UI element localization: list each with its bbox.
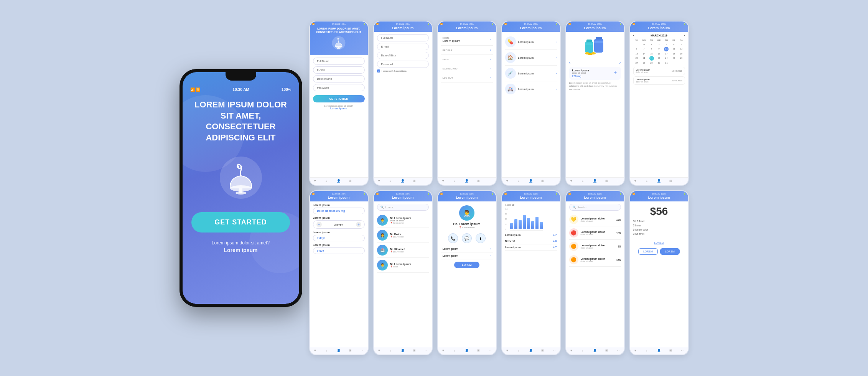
footer-dots-icon[interactable]: ···	[425, 179, 427, 183]
cal-event-1[interactable]: Lorem ipsum dolor sit amet 10.03.2019	[633, 67, 685, 75]
footer-dots-icon[interactable]: ···	[553, 349, 555, 353]
footer-grid-icon[interactable]: ⊞	[413, 349, 416, 353]
footer-grid-icon[interactable]: ⊞	[413, 179, 416, 183]
footer-heart-icon[interactable]: ♥	[314, 349, 316, 353]
footer-heart-icon[interactable]: ♥	[442, 349, 444, 353]
footer-grid-icon[interactable]: ⊞	[669, 179, 672, 183]
footer-person-icon[interactable]: 👤	[401, 179, 405, 183]
footer-dots-icon[interactable]: ···	[681, 349, 684, 353]
footer-grid-icon[interactable]: ⊞	[605, 349, 608, 353]
doctor-card-1[interactable]: 👨‍⚕️ Dr. Lorem ipsum dolor sit amet 📍 lo…	[377, 213, 429, 228]
footer-grid-icon[interactable]: ⊞	[541, 349, 544, 353]
footer-plus-icon[interactable]: ＋	[517, 179, 520, 183]
icon-list-item-4[interactable]: 🚑 Lorem ipsum ›	[505, 81, 557, 97]
icon-list-item-3[interactable]: 💉 Lorem ipsum ›	[505, 66, 557, 81]
call-button[interactable]: 📞	[448, 233, 458, 243]
footer-dots-icon[interactable]: ···	[361, 179, 363, 183]
footer-heart-icon[interactable]: ♥	[506, 179, 508, 183]
footer-heart-icon[interactable]: ♥	[634, 179, 636, 183]
footer-plus-icon[interactable]: ＋	[453, 349, 456, 353]
cal-event-2[interactable]: Lorem ipsum dolor sit amet 22.03.2019	[633, 76, 685, 85]
menu-item-drug[interactable]: DRUG ›	[441, 55, 493, 64]
reg-dob-field[interactable]: Date of Birth	[313, 75, 365, 82]
order-btn-2[interactable]: LOREM	[660, 248, 680, 255]
info-button[interactable]: ℹ	[476, 233, 486, 243]
footer-person-icon[interactable]: 👤	[529, 349, 533, 353]
login-email[interactable]: E-mail	[377, 43, 429, 50]
footer-grid-icon[interactable]: ⊞	[541, 179, 544, 183]
message-button[interactable]: 💬	[462, 233, 472, 243]
doc-menu-2[interactable]: Lorem ipsum ›	[441, 252, 493, 259]
footer-person-icon[interactable]: 👤	[657, 179, 661, 183]
footer-dots-icon[interactable]: ···	[361, 349, 363, 353]
dosage-days[interactable]: 7 days	[313, 235, 365, 241]
footer-person-icon[interactable]: 👤	[401, 349, 405, 353]
highlighted-date[interactable]: 22	[649, 56, 654, 61]
footer-person-icon[interactable]: 👤	[465, 349, 469, 353]
reg-cta-button[interactable]: GET STARTED	[313, 95, 365, 102]
footer-person-icon[interactable]: 👤	[593, 349, 597, 353]
doctor-card-3[interactable]: 🏥 Dr. Sit amet 📍 ipsum dolor	[377, 243, 429, 258]
footer-grid-icon[interactable]: ⊞	[477, 179, 480, 183]
icon-list-item-1[interactable]: 💊 Lorem ipsum ›	[505, 34, 557, 50]
med-search-input[interactable]: 🔍 Search...	[569, 204, 621, 211]
dosage-time[interactable]: 07:00	[313, 247, 365, 254]
med-list-item-1[interactable]: 💛 Lorem ipsum dolor dolor sit amet 15$	[569, 213, 621, 226]
footer-grid-icon[interactable]: ⊞	[349, 179, 352, 183]
reg-fullname-field[interactable]: Full Name	[313, 58, 365, 65]
cal-prev[interactable]: ‹	[633, 34, 634, 37]
footer-heart-icon[interactable]: ♥	[442, 179, 444, 183]
dosage-val1[interactable]: Dolor sit amet 200 mg	[313, 208, 365, 214]
menu-item-logout[interactable]: LOG OUT ›	[441, 73, 493, 82]
icon-list-item-2[interactable]: 🏠 Lorem ipsum ›	[505, 50, 557, 66]
footer-grid-icon[interactable]: ⊞	[349, 349, 352, 353]
footer-grid-icon[interactable]: ⊞	[477, 349, 480, 353]
footer-plus-icon[interactable]: ＋	[645, 179, 648, 183]
footer-heart-icon[interactable]: ♥	[506, 349, 508, 353]
footer-dots-icon[interactable]: ···	[489, 179, 491, 183]
terms-checkbox[interactable]: ✓	[377, 69, 380, 73]
footer-dots-icon[interactable]: ···	[617, 349, 619, 353]
doc-menu-1[interactable]: Lorem ipsum ›	[441, 246, 493, 252]
dosage-minus[interactable]: −	[316, 222, 322, 227]
footer-person-icon[interactable]: 👤	[337, 349, 341, 353]
footer-dots-icon[interactable]: ···	[681, 179, 684, 183]
add-med-button[interactable]: ＋	[613, 69, 618, 76]
med-list-item-3[interactable]: 🟠 Lorem ipsum dolor dolor sit amet 7$	[569, 240, 621, 253]
footer-plus-icon[interactable]: ＋	[645, 349, 648, 353]
menu-item-dashboard[interactable]: DASHBOARD ›	[441, 64, 493, 73]
footer-heart-icon[interactable]: ♥	[378, 179, 380, 183]
footer-plus-icon[interactable]: ＋	[581, 349, 584, 353]
footer-dots-icon[interactable]: ···	[553, 179, 555, 183]
next-arrow[interactable]: ›	[619, 60, 621, 65]
med-list-item-2[interactable]: 🔴 Lorem ipsum dolor dolor sit amet 13$	[569, 226, 621, 240]
footer-person-icon[interactable]: 👤	[465, 179, 469, 183]
footer-plus-icon[interactable]: ＋	[389, 349, 392, 353]
med-list-item-4[interactable]: 🟠 Lorem ipsum dolor dolor sit amet 15$	[569, 253, 621, 267]
footer-heart-icon[interactable]: ♥	[570, 179, 572, 183]
footer-person-icon[interactable]: 👤	[337, 179, 341, 183]
footer-heart-icon[interactable]: ♥	[314, 179, 316, 183]
login-fullname[interactable]: Full Name	[377, 34, 429, 41]
login-password[interactable]: Password	[377, 61, 429, 68]
footer-person-icon[interactable]: 👤	[593, 179, 597, 183]
doctor-card-2[interactable]: 👩‍⚕️ Dr. Dolor 📍 ipsum dolor	[377, 228, 429, 243]
login-dob[interactable]: Date of Birth	[377, 52, 429, 59]
menu-item-home[interactable]: HOME Lorem ipsum ›	[441, 34, 493, 46]
footer-plus-icon[interactable]: ＋	[453, 179, 456, 183]
order-btn-1[interactable]: LOREM	[638, 248, 658, 255]
footer-person-icon[interactable]: 👤	[657, 349, 661, 353]
menu-item-profile[interactable]: PROFILE ›	[441, 46, 493, 55]
footer-heart-icon[interactable]: ♥	[378, 349, 380, 353]
today-date[interactable]: 10	[664, 47, 669, 51]
cal-next[interactable]: ›	[684, 34, 685, 37]
doctor-search-input[interactable]: 🔍 Lorem...	[377, 204, 429, 211]
footer-grid-icon[interactable]: ⊞	[605, 179, 608, 183]
footer-plus-icon[interactable]: ＋	[325, 349, 328, 353]
footer-plus-icon[interactable]: ＋	[325, 179, 328, 183]
reg-email-field[interactable]: E-mail	[313, 66, 365, 74]
footer-dots-icon[interactable]: ···	[489, 349, 491, 353]
footer-heart-icon[interactable]: ♥	[634, 349, 636, 353]
footer-dots-icon[interactable]: ···	[617, 179, 619, 183]
order-link[interactable]: LOREM	[654, 241, 664, 244]
